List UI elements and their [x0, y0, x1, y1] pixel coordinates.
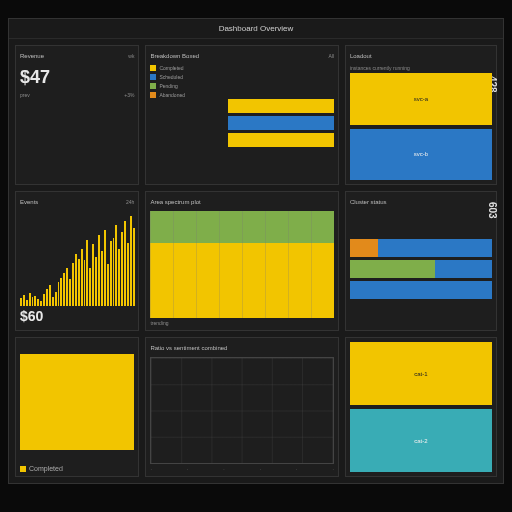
area-chart	[150, 211, 334, 318]
panel-breakdown-title: Breakdown Boxed	[150, 53, 199, 59]
panel-band[interactable]: Completed	[15, 337, 139, 477]
app-titlebar: Dashboard Overview	[9, 19, 503, 39]
dashboard-grid: Revenue wk $47 prev +3% Breakdown Boxed …	[9, 39, 503, 483]
panel-events[interactable]: Events 24h $60	[15, 191, 139, 331]
panel-area[interactable]: Area spectrum plot trending	[145, 191, 339, 331]
band-legend: Completed	[29, 465, 63, 472]
ratio-xticks: ······	[150, 466, 334, 472]
panel-tiles[interactable]: cat-1 cat-2	[345, 337, 497, 477]
panel-revenue-title: Revenue	[20, 53, 44, 59]
events-value: $60	[20, 308, 134, 324]
panel-loadout-sub: instances currently running	[350, 65, 492, 71]
square-icon	[20, 466, 26, 472]
panel-revenue[interactable]: Revenue wk $47 prev +3%	[15, 45, 139, 185]
band-chart	[20, 342, 134, 462]
cluster-bars	[350, 211, 492, 326]
panel-cluster[interactable]: 603 Cluster status	[345, 191, 497, 331]
panel-events-meta: 24h	[126, 199, 134, 205]
panel-breakdown-meta: All	[328, 53, 334, 59]
panel-area-legend: trending	[150, 320, 168, 326]
panel-loadout-title: Loadout	[350, 53, 372, 59]
panel-breakdown[interactable]: Breakdown Boxed All Completed Scheduled …	[145, 45, 339, 185]
revenue-value: $47	[20, 67, 134, 88]
events-bars	[20, 211, 134, 306]
panel-revenue-meta: wk	[128, 53, 134, 59]
app-frame: Dashboard Overview Revenue wk $47 prev +…	[8, 18, 504, 484]
revenue-sub-left: prev	[20, 92, 30, 98]
revenue-sub-right: +3%	[124, 92, 134, 98]
corner-mid: 603	[487, 202, 498, 219]
panel-loadout[interactable]: 428 Loadout instances currently running …	[345, 45, 497, 185]
app-title: Dashboard Overview	[219, 24, 294, 33]
breakdown-bars	[228, 65, 334, 180]
panel-ratio[interactable]: Ratio vs sentiment combined ······	[145, 337, 339, 477]
panel-ratio-title: Ratio vs sentiment combined	[150, 345, 227, 351]
panel-cluster-title: Cluster status	[350, 199, 387, 205]
tiles: cat-1 cat-2	[350, 342, 492, 472]
panel-area-title: Area spectrum plot	[150, 199, 200, 205]
panel-events-title: Events	[20, 199, 38, 205]
loadout-boxes: svc-a svc-b	[350, 73, 492, 180]
ratio-grid	[150, 357, 334, 464]
breakdown-legend: Completed Scheduled Pending Abandoned	[150, 65, 223, 180]
